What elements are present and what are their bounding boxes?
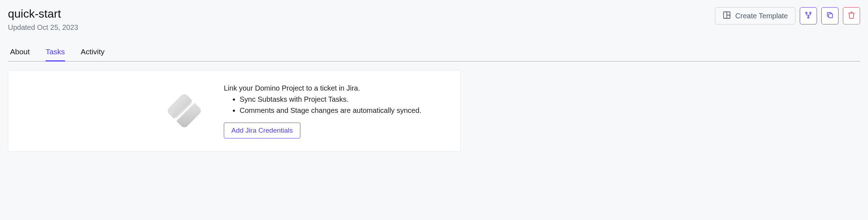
tab-bar: About Tasks Activity (8, 45, 860, 61)
tab-activity[interactable]: Activity (81, 45, 105, 61)
create-template-label: Create Template (735, 12, 788, 20)
jira-icon (159, 89, 224, 132)
title-block: quick-start Updated Oct 25, 2023 (8, 7, 78, 32)
trash-icon (848, 11, 855, 21)
page-title: quick-start (8, 7, 78, 20)
jira-bullet-list: Sync Subtasks with Project Tasks. Commen… (240, 94, 446, 116)
fork-icon (804, 11, 812, 21)
page-header: quick-start Updated Oct 25, 2023 Create … (8, 7, 860, 32)
template-icon (722, 11, 731, 21)
fork-button[interactable] (800, 7, 817, 24)
jira-panel: Link your Domino Project to a ticket in … (8, 70, 461, 152)
copy-icon (826, 11, 834, 21)
delete-button[interactable] (843, 7, 860, 24)
tab-tasks[interactable]: Tasks (46, 45, 65, 61)
add-jira-credentials-button[interactable]: Add Jira Credentials (224, 123, 300, 138)
header-toolbar: Create Template (715, 7, 860, 24)
svg-rect-7 (828, 14, 832, 18)
updated-timestamp: Updated Oct 25, 2023 (8, 23, 78, 32)
create-template-button[interactable]: Create Template (715, 7, 795, 24)
jira-bullet: Comments and Stage changes are automatic… (240, 105, 446, 116)
copy-button[interactable] (821, 7, 839, 24)
jira-bullet: Sync Subtasks with Project Tasks. (240, 94, 446, 105)
jira-heading: Link your Domino Project to a ticket in … (224, 83, 446, 94)
jira-panel-text: Link your Domino Project to a ticket in … (224, 83, 446, 138)
tab-about[interactable]: About (10, 45, 30, 61)
